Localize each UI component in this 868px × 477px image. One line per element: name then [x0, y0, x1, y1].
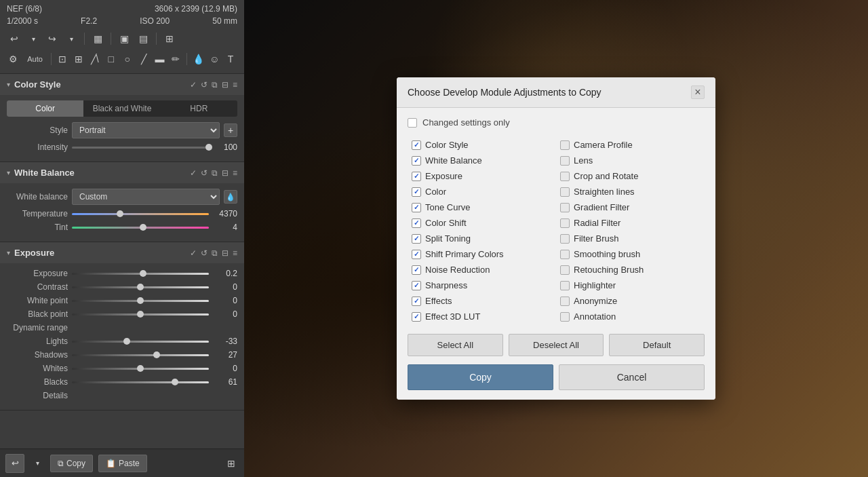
auto-button[interactable]: Auto [23, 52, 47, 66]
white-point-slider[interactable] [72, 296, 209, 305]
option-item[interactable]: Annotation [556, 309, 705, 324]
option-checkbox[interactable] [560, 140, 570, 150]
wb-copy-icon[interactable]: ⧉ [212, 168, 218, 178]
option-checkbox[interactable] [412, 250, 421, 259]
option-item[interactable]: Smoothing brush [556, 246, 705, 262]
option-checkbox[interactable] [560, 156, 570, 166]
wb-check-icon[interactable]: ✓ [190, 168, 197, 178]
redo-dropdown[interactable]: ▾ [64, 31, 79, 46]
camera-icon[interactable]: ⊡ [56, 52, 69, 66]
wb-menu-icon[interactable]: ≡ [233, 168, 237, 178]
temperature-slider[interactable] [72, 209, 209, 218]
option-checkbox[interactable] [560, 265, 570, 275]
exposure-param-slider[interactable] [72, 269, 209, 278]
export-bottom-button[interactable]: ⊞ [224, 456, 239, 471]
option-item[interactable]: Highlighter [556, 278, 705, 293]
gradient-icon[interactable]: ▬ [153, 52, 167, 66]
tint-slider[interactable] [72, 223, 209, 232]
wb-eyedropper-button[interactable]: 💧 [224, 190, 237, 204]
option-item[interactable]: Color Style [408, 137, 556, 153]
option-item[interactable]: Sharpness [408, 278, 556, 293]
deselect-all-button[interactable]: Deselect All [509, 334, 604, 356]
exposure-menu-icon[interactable]: ≡ [233, 248, 237, 258]
option-item[interactable]: Camera Profile [556, 137, 705, 153]
option-checkbox[interactable] [560, 281, 570, 290]
option-checkbox[interactable] [560, 297, 570, 306]
color-style-copy-icon[interactable]: ⧉ [212, 80, 218, 90]
face-icon[interactable]: ☺ [208, 52, 221, 66]
eyedropper-icon[interactable]: 💧 [191, 52, 205, 66]
color-style-paste-icon[interactable]: ⊟ [222, 80, 229, 90]
color-style-header[interactable]: ▾ Color Style ✓ ↺ ⧉ ⊟ ≡ [0, 74, 244, 95]
tab-bw[interactable]: Black and White [83, 100, 160, 117]
shadows-slider[interactable] [72, 350, 209, 360]
style-add-button[interactable]: + [224, 123, 237, 137]
option-checkbox[interactable] [560, 234, 570, 244]
option-item[interactable]: Lens [556, 153, 705, 168]
default-button[interactable]: Default [609, 334, 705, 356]
option-item[interactable]: Anonymize [556, 293, 705, 309]
undo-bottom-dropdown[interactable]: ▾ [30, 456, 45, 471]
option-checkbox[interactable] [412, 156, 421, 166]
option-checkbox[interactable] [560, 250, 570, 259]
compare-button[interactable]: ▤ [136, 31, 151, 46]
option-item[interactable]: Crop and Rotate [556, 168, 705, 184]
option-item[interactable]: Color [408, 184, 556, 199]
option-checkbox[interactable] [412, 297, 421, 306]
option-item[interactable]: Color Shift [408, 215, 556, 231]
modal-close-button[interactable]: × [691, 85, 705, 99]
white-balance-header[interactable]: ▾ White Balance ✓ ↺ ⧉ ⊟ ≡ [0, 162, 244, 183]
color-style-check-icon[interactable]: ✓ [190, 80, 197, 90]
exposure-header[interactable]: ▾ Exposure ✓ ↺ ⧉ ⊟ ≡ [0, 242, 244, 263]
option-checkbox[interactable] [412, 218, 421, 228]
wb-dropdown[interactable]: Custom [72, 189, 220, 205]
color-style-menu-icon[interactable]: ≡ [233, 80, 237, 90]
undo-bottom-button[interactable]: ↩ [5, 454, 24, 473]
split-view-button[interactable]: ▣ [117, 31, 132, 46]
option-checkbox[interactable] [412, 265, 421, 275]
exposure-reset-icon[interactable]: ↺ [201, 248, 208, 258]
intensity-slider[interactable] [72, 142, 209, 152]
option-checkbox[interactable] [412, 187, 421, 197]
option-checkbox[interactable] [412, 312, 421, 322]
wb-reset-icon[interactable]: ↺ [201, 168, 208, 178]
crop-icon[interactable]: ⊞ [72, 52, 85, 66]
changed-only-checkbox[interactable] [408, 118, 417, 128]
option-checkbox[interactable] [560, 187, 570, 197]
option-item[interactable]: Filter Brush [556, 231, 705, 246]
redo-button[interactable]: ↪ [45, 31, 60, 46]
option-checkbox[interactable] [412, 203, 421, 212]
option-checkbox[interactable] [412, 234, 421, 244]
histogram-button[interactable]: ▦ [90, 31, 105, 46]
style-dropdown[interactable]: Portrait [72, 122, 220, 138]
option-item[interactable]: Radial Filter [556, 215, 705, 231]
text-icon[interactable]: T [224, 52, 237, 66]
option-item[interactable]: White Balance [408, 153, 556, 168]
option-item[interactable]: Shift Primary Colors [408, 246, 556, 262]
contrast-slider[interactable] [72, 282, 209, 292]
rect-icon[interactable]: □ [104, 52, 118, 66]
option-item[interactable]: Gradient Filter [556, 199, 705, 215]
option-item[interactable]: Effects [408, 293, 556, 309]
lights-slider[interactable] [72, 337, 209, 346]
option-item[interactable]: Tone Curve [408, 199, 556, 215]
option-item[interactable]: Straighten lines [556, 184, 705, 199]
exposure-copy-icon[interactable]: ⧉ [212, 248, 218, 258]
option-checkbox[interactable] [560, 312, 570, 322]
paste-bottom-button[interactable]: 📋 Paste [98, 455, 147, 472]
option-checkbox[interactable] [560, 218, 570, 228]
select-all-button[interactable]: Select All [408, 334, 503, 356]
blacks-slider[interactable] [72, 377, 209, 387]
settings-icon[interactable]: ⚙ [7, 52, 20, 66]
wb-paste-icon[interactable]: ⊟ [222, 168, 229, 178]
heal-icon[interactable]: ╱\ [88, 52, 102, 66]
option-item[interactable]: Retouching Brush [556, 262, 705, 278]
copy-button[interactable]: Copy [408, 364, 553, 390]
option-checkbox[interactable] [560, 172, 570, 181]
undo-button[interactable]: ↩ [7, 31, 22, 46]
option-item[interactable]: Split Toning [408, 231, 556, 246]
option-checkbox[interactable] [560, 203, 570, 212]
pen-icon[interactable]: ✏ [169, 52, 182, 66]
tab-color[interactable]: Color [7, 100, 83, 117]
tab-hdr[interactable]: HDR [161, 100, 237, 117]
